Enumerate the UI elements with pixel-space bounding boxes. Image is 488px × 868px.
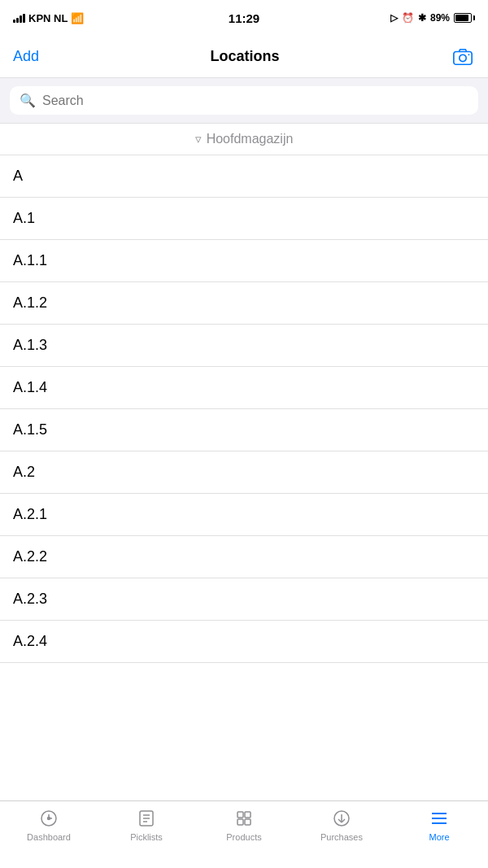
- search-input[interactable]: [42, 94, 468, 108]
- list-item[interactable]: A.1.5: [0, 409, 488, 451]
- list-item[interactable]: A: [0, 155, 488, 198]
- status-left: KPN NL 📶: [13, 12, 84, 24]
- tab-purchases-label: Purchases: [320, 832, 363, 842]
- purchases-icon: [331, 808, 352, 829]
- add-button[interactable]: Add: [13, 48, 39, 65]
- location-list: A A.1 A.1.1 A.1.2 A.1.3 A.1.4 A.1.5 A.2 …: [0, 155, 488, 663]
- list-item[interactable]: A.2.4: [0, 621, 488, 663]
- main-content: 🔍 ▿ Hoofdmagazijn A A.1 A.1.1 A.1.2 A.1.…: [0, 78, 488, 731]
- nav-bar: Add Locations: [0, 36, 488, 78]
- svg-rect-9: [237, 812, 243, 818]
- tab-picklists-label: Picklists: [130, 832, 163, 842]
- signal-bar-4: [23, 14, 25, 23]
- filter-icon: ▿: [195, 132, 202, 146]
- wifi-icon: 📶: [71, 12, 84, 24]
- list-item[interactable]: A.2.2: [0, 536, 488, 578]
- tab-dashboard[interactable]: Dashboard: [0, 808, 98, 842]
- search-icon: 🔍: [20, 93, 36, 108]
- list-item[interactable]: A.1.4: [0, 367, 488, 409]
- signal-bar-2: [16, 18, 19, 23]
- alarm-icon: ⏰: [402, 12, 414, 24]
- svg-point-1: [460, 55, 466, 61]
- list-item[interactable]: A.1.1: [0, 240, 488, 282]
- svg-point-4: [48, 818, 50, 820]
- tab-more[interactable]: More: [390, 808, 488, 842]
- signal-bar-3: [20, 15, 22, 23]
- battery-indicator: [454, 13, 475, 23]
- tab-bar: Dashboard Picklists Products: [0, 800, 488, 868]
- more-icon: [429, 808, 450, 829]
- camera-icon: [452, 46, 473, 68]
- page-title: Locations: [211, 48, 280, 65]
- dashboard-icon: [38, 808, 59, 829]
- tab-dashboard-label: Dashboard: [27, 832, 71, 842]
- products-icon: [233, 808, 255, 829]
- battery-tip: [473, 15, 475, 20]
- search-container: 🔍: [0, 78, 488, 124]
- svg-rect-11: [237, 819, 243, 825]
- filter-row[interactable]: ▿ Hoofdmagazijn: [0, 124, 488, 155]
- list-item[interactable]: A.2: [0, 451, 488, 494]
- battery-fill: [455, 15, 468, 21]
- filter-label: Hoofdmagazijn: [207, 132, 294, 146]
- carrier-label: KPN NL: [28, 12, 68, 24]
- status-time: 11:29: [229, 11, 259, 25]
- svg-rect-10: [245, 812, 251, 818]
- tab-picklists[interactable]: Picklists: [98, 808, 195, 842]
- signal-bar-1: [13, 20, 15, 23]
- battery-body: [454, 13, 472, 23]
- signal-bars: [13, 13, 25, 23]
- list-item[interactable]: A.1.2: [0, 282, 488, 325]
- picklists-icon: [136, 808, 157, 829]
- tab-purchases[interactable]: Purchases: [293, 808, 390, 842]
- svg-rect-0: [454, 51, 472, 64]
- list-item[interactable]: A.1: [0, 198, 488, 240]
- bluetooth-icon: ✱: [418, 12, 426, 24]
- tab-products[interactable]: Products: [195, 808, 293, 842]
- status-right: ▷ ⏰ ✱ 89%: [390, 12, 475, 24]
- battery-percent: 89%: [430, 12, 450, 24]
- svg-rect-12: [245, 819, 251, 825]
- list-item[interactable]: A.1.3: [0, 325, 488, 367]
- location-icon: ▷: [390, 12, 398, 24]
- camera-button[interactable]: [451, 45, 475, 69]
- list-item[interactable]: A.2.3: [0, 578, 488, 621]
- tab-more-label: More: [429, 832, 449, 842]
- svg-point-2: [468, 54, 469, 55]
- tab-products-label: Products: [226, 832, 261, 842]
- search-bar[interactable]: 🔍: [10, 86, 478, 115]
- status-bar: KPN NL 📶 11:29 ▷ ⏰ ✱ 89%: [0, 0, 488, 36]
- list-item[interactable]: A.2.1: [0, 494, 488, 536]
